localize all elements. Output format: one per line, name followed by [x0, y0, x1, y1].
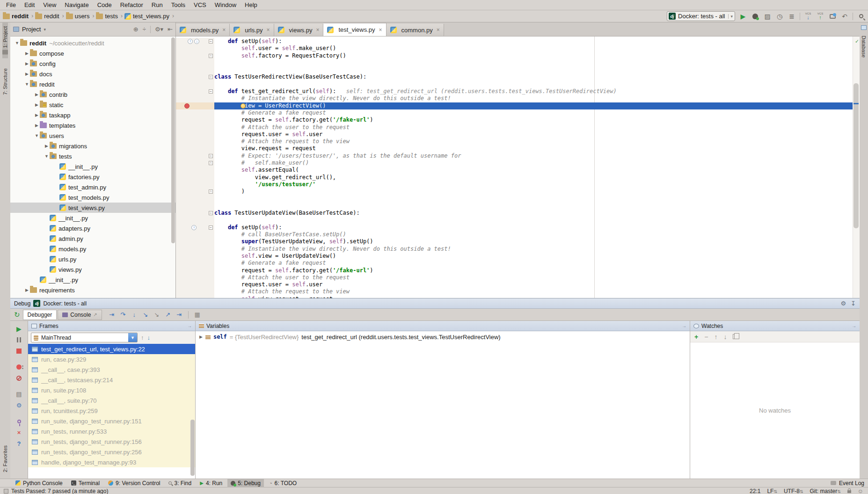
- hide-panel-button[interactable]: ↧: [851, 300, 856, 307]
- code-line[interactable]: # Attach the user to the request: [176, 124, 853, 131]
- stack-frame-row[interactable]: run_tests, django_test_runner.py:156: [28, 436, 195, 447]
- tree-item-docs[interactable]: ▶docs: [10, 69, 175, 79]
- tree-item-users[interactable]: ▼users: [10, 131, 175, 141]
- run-configuration-select[interactable]: dj Docker: tests - all ▾: [667, 11, 735, 21]
- toolwindow-version-control[interactable]: 9: Version Control: [105, 479, 163, 487]
- mute-breakpoints-button[interactable]: [16, 374, 22, 382]
- code-line[interactable]: request.user = self.user: [176, 131, 853, 138]
- code-line[interactable]: # Attach the request to the view: [176, 138, 853, 145]
- code-line[interactable]: self.view = UserUpdateView(): [176, 253, 853, 260]
- tree-item-requirements[interactable]: ▶requirements: [10, 285, 175, 295]
- stack-frame-row[interactable]: run_tests, runner.py:533: [28, 426, 195, 436]
- editor-gutter[interactable]: [176, 203, 214, 210]
- tree-item--init-py[interactable]: __init__.py: [10, 275, 175, 285]
- editor-gutter[interactable]: ↑↓−: [176, 38, 214, 45]
- tree-closed-arrow-icon[interactable]: ▶: [24, 51, 30, 56]
- code-line[interactable]: ↑− def setUp(self):: [176, 224, 853, 231]
- code-line[interactable]: '/users/testuser/': [176, 181, 853, 188]
- editor-gutter[interactable]: ↑−: [176, 224, 214, 231]
- tree-closed-arrow-icon[interactable]: ▶: [34, 123, 40, 128]
- code-line[interactable]: request = self.factory.get('/fake-url'): [176, 116, 853, 124]
- toolwindow-debug[interactable]: 5: Debug: [227, 479, 264, 487]
- tree-item-reddit[interactable]: ▼reddit~/cookiecutter/reddit: [10, 38, 175, 48]
- hide-panel-button[interactable]: ⇤: [168, 26, 173, 33]
- readonly-lock-icon[interactable]: [847, 490, 851, 493]
- tree-open-arrow-icon[interactable]: ▼: [14, 41, 20, 45]
- tree-item-templates[interactable]: ▶templates: [10, 120, 175, 131]
- step-into-button[interactable]: ↓: [129, 311, 139, 318]
- tree-item-adapters-py[interactable]: adapters.py: [10, 223, 175, 233]
- float-panel-icon[interactable]: →: [852, 323, 856, 328]
- fold-marker-icon[interactable]: −: [209, 39, 213, 44]
- execution-line[interactable]: view = UserRedirectView(): [176, 102, 853, 109]
- evaluate-expression-button[interactable]: ▦: [192, 311, 203, 318]
- debug-settings-button[interactable]: ⚙: [16, 401, 22, 409]
- code-line[interactable]: # Attach the request to the view: [176, 288, 853, 295]
- code-line[interactable]: −class TestUserUpdateView(BaseUserTestCa…: [176, 210, 853, 217]
- close-icon[interactable]: ×: [316, 27, 319, 33]
- smart-step-into-button[interactable]: ↘: [152, 311, 162, 318]
- stack-frame-row[interactable]: handle, django_test_manage.py:93: [28, 457, 195, 467]
- tree-item-compose[interactable]: ▶compose: [10, 48, 175, 58]
- code-line[interactable]: self.assertEqual(: [176, 167, 853, 174]
- editor-gutter[interactable]: −: [176, 73, 214, 80]
- editor-gutter[interactable]: [176, 109, 214, 116]
- editor-gutter[interactable]: [176, 131, 214, 138]
- breadcrumb-item[interactable]: users: [66, 13, 90, 20]
- editor-gutter[interactable]: [176, 45, 214, 52]
- editor-tab-views-py[interactable]: views.py×: [274, 24, 324, 36]
- breadcrumb-item[interactable]: tests: [96, 13, 117, 20]
- add-watch-button[interactable]: +: [694, 333, 698, 341]
- code-line[interactable]: − # Expect: '/users/testuser/', as that …: [176, 153, 853, 160]
- menu-vcs[interactable]: VCS: [190, 0, 211, 10]
- fold-marker-icon[interactable]: ˄: [209, 54, 213, 58]
- editor-gutter[interactable]: [176, 124, 214, 131]
- fold-marker-icon[interactable]: −: [209, 211, 213, 215]
- tree-open-arrow-icon[interactable]: ▼: [24, 82, 30, 87]
- editor-gutter[interactable]: −: [176, 88, 214, 95]
- sidebar-tab-database[interactable]: Database: [861, 32, 867, 61]
- editor-gutter[interactable]: [176, 267, 214, 274]
- close-session-button[interactable]: ×: [17, 429, 21, 436]
- editor-gutter[interactable]: [176, 288, 214, 295]
- breakpoint-icon[interactable]: [184, 103, 190, 109]
- stack-frame-row[interactable]: run, case.py:329: [28, 354, 195, 364]
- vcs-commit-button[interactable]: VCS↑: [816, 12, 824, 21]
- code-line[interactable]: −class TestUserRedirectView(BaseUserTest…: [176, 73, 853, 80]
- editor-gutter[interactable]: −: [176, 153, 214, 160]
- step-out-button[interactable]: ↗: [163, 311, 173, 318]
- menu-window[interactable]: Window: [211, 0, 241, 10]
- breadcrumb-item[interactable]: test_views.py: [124, 13, 169, 20]
- stack-frame-row[interactable]: __call__, case.py:393: [28, 364, 195, 375]
- sidebar-tab-project[interactable]: 1: Project: [2, 22, 8, 58]
- menu-refactor[interactable]: Refactor: [116, 0, 147, 10]
- run-with-options-button[interactable]: ≣: [788, 12, 796, 21]
- git-branch-select[interactable]: Git: master⇅: [810, 488, 841, 494]
- code-line[interactable]: ↑↓− def setUp(self):: [176, 38, 853, 45]
- code-line[interactable]: [176, 217, 853, 224]
- run-button[interactable]: ▶: [739, 12, 747, 21]
- tree-closed-arrow-icon[interactable]: ▶: [34, 102, 40, 107]
- menu-file[interactable]: File: [2, 0, 20, 10]
- tree-item-urls-py[interactable]: urls.py: [10, 254, 175, 264]
- tree-closed-arrow-icon[interactable]: ▶: [44, 144, 50, 148]
- code-line[interactable]: ˄ ): [176, 188, 853, 195]
- scrollbar-thumb[interactable]: [853, 83, 859, 228]
- tree-item--init-py[interactable]: __init__.py: [10, 213, 175, 223]
- menu-view[interactable]: View: [39, 0, 60, 10]
- code-line[interactable]: [176, 81, 853, 88]
- stack-frame-row[interactable]: run, suite.py:108: [28, 385, 195, 395]
- duplicate-watch-button[interactable]: [733, 334, 737, 339]
- variable-row[interactable]: ▶ self = {TestUserRedirectView} test_get…: [196, 331, 690, 342]
- breadcrumb-item[interactable]: reddit: [3, 13, 29, 20]
- code-line[interactable]: # Instantiate the view directly. Never d…: [176, 95, 853, 102]
- editor-gutter[interactable]: [176, 145, 214, 152]
- fold-marker-icon[interactable]: −: [209, 89, 213, 94]
- undo-button[interactable]: ↶: [840, 12, 849, 21]
- pause-button[interactable]: [17, 336, 21, 344]
- editor-gutter[interactable]: [176, 181, 214, 188]
- move-watch-down-button[interactable]: ↓: [723, 333, 727, 341]
- editor-gutter[interactable]: [176, 238, 214, 245]
- stop-button[interactable]: [16, 347, 22, 355]
- code-line[interactable]: self.user = self.make_user(): [176, 45, 853, 52]
